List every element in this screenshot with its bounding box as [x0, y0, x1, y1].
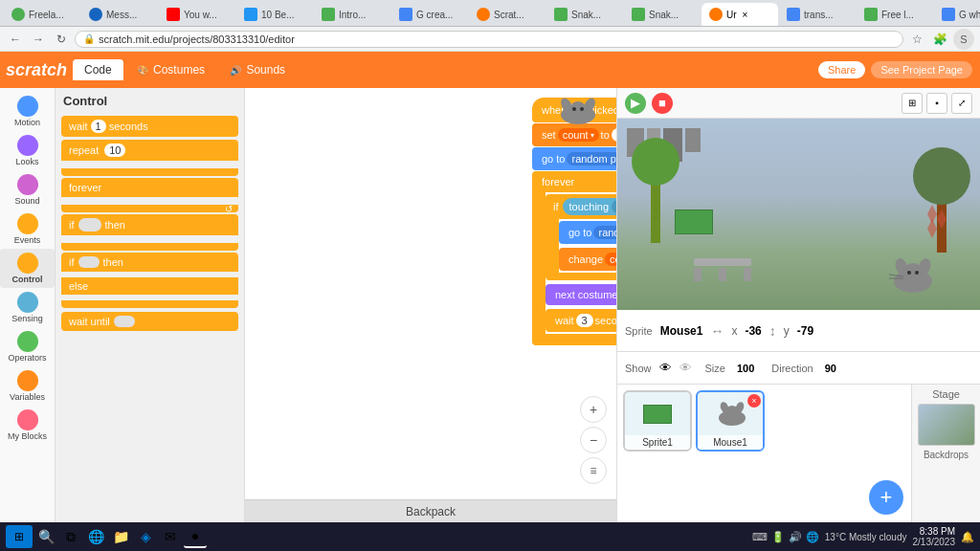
tab-you[interactable]: You w...	[159, 3, 235, 26]
tab-costumes[interactable]: 🎨 Costumes	[125, 59, 216, 80]
block-forever[interactable]: forever ↺	[61, 178, 238, 212]
stop-btn[interactable]: ■	[652, 93, 673, 114]
tab-gcreate[interactable]: G crea...	[391, 3, 468, 26]
block-if-else[interactable]: if then else	[61, 253, 238, 308]
looks-dot	[17, 135, 38, 156]
category-motion[interactable]: Motion	[0, 92, 55, 131]
start-btn[interactable]: ⊞	[6, 525, 33, 548]
sprite-direction: 90	[825, 363, 836, 374]
show-visible-btn[interactable]: 👁	[659, 361, 672, 375]
tab-10be[interactable]: 10 Be...	[236, 3, 313, 26]
refresh-btn[interactable]: ↻	[52, 30, 71, 49]
add-sprite-btn[interactable]: +	[869, 385, 911, 522]
edge-icon[interactable]: 🌐	[84, 525, 107, 548]
category-control[interactable]: Control	[0, 249, 55, 288]
stage-canvas	[617, 119, 980, 310]
zoom-out-btn[interactable]: −	[580, 427, 607, 453]
category-looks[interactable]: Looks	[0, 131, 55, 170]
category-sound[interactable]: Sound	[0, 170, 55, 209]
block-next-costume[interactable]: next costume	[546, 284, 616, 305]
sprite1-rect	[675, 209, 713, 234]
category-myblocks[interactable]: My Blocks	[0, 406, 55, 445]
search-btn[interactable]: 🔍	[34, 525, 57, 548]
forward-btn[interactable]: →	[29, 30, 48, 49]
zoom-in-btn[interactable]: +	[580, 396, 607, 423]
block-panel-title: Control	[61, 94, 238, 108]
back-btn[interactable]: ←	[6, 30, 25, 49]
motion-dot	[17, 96, 38, 117]
weather-widget: 13°C Mostly cloudy	[825, 532, 907, 542]
tab-snake2[interactable]: Snak...	[624, 3, 701, 26]
explorer-icon[interactable]: 📁	[109, 525, 132, 548]
category-events[interactable]: Events	[0, 209, 55, 249]
tab-sounds[interactable]: 🔊 Sounds	[218, 59, 297, 80]
block-repeat[interactable]: repeat 10	[61, 140, 238, 176]
mail-icon[interactable]: ✉	[159, 525, 182, 548]
block-goto-random2[interactable]: go to random position	[559, 221, 616, 244]
tab-costumes-label: Costumes	[153, 63, 205, 77]
sensing-dot	[17, 292, 38, 313]
category-operators[interactable]: Operators	[0, 327, 55, 366]
fullscreen-btn[interactable]: ⤢	[951, 93, 972, 114]
stage-side-panel: Stage Backdrops	[911, 385, 980, 522]
events-dot	[17, 213, 38, 234]
tab-intro[interactable]: Intro...	[314, 3, 390, 26]
tab-trans[interactable]: trans...	[779, 3, 856, 26]
block-change-count[interactable]: change count by 1	[559, 248, 616, 271]
address-bar[interactable]: 🔒 scratch.mit.edu/projects/803313310/edi…	[75, 31, 903, 48]
variables-dot	[17, 370, 38, 391]
extensions-btn[interactable]: 🧩	[930, 30, 949, 49]
category-variables[interactable]: Variables	[0, 366, 55, 406]
sprite-thumb-sprite1[interactable]: Sprite1	[623, 390, 692, 452]
tab-freelance[interactable]: Freela...	[4, 3, 80, 26]
sound-dot	[17, 174, 38, 195]
tab-sounds-label: Sounds	[246, 63, 285, 77]
sprite-indicator	[559, 98, 597, 127]
taskview-btn[interactable]: ⧉	[59, 525, 82, 548]
show-hidden-btn[interactable]: 👁	[679, 361, 692, 375]
svg-point-20	[632, 138, 679, 186]
svg-point-16	[915, 271, 919, 275]
taskbar: ⊞ 🔍 ⧉ 🌐 📁 ◈ ✉ ● ⌨ 🔋 🔊 🌐 13°C Mostly clou…	[0, 522, 980, 551]
bookmark-btn[interactable]: ☆	[907, 30, 926, 49]
tab-freel2[interactable]: Free l...	[857, 3, 933, 26]
sprite-thumb-mouse1[interactable]: × Mouse1	[696, 390, 765, 452]
block-wait[interactable]: wait 1 seconds	[61, 116, 238, 137]
svg-point-4	[572, 107, 576, 111]
small-stage-btn[interactable]: ⊞	[902, 93, 923, 114]
menu-btn[interactable]: ≡	[580, 457, 607, 484]
share-btn[interactable]: Share	[818, 61, 865, 78]
backpack-bar[interactable]: Backpack	[245, 499, 616, 522]
sprite-x: -36	[745, 324, 761, 338]
tab-active[interactable]: Ur ×	[702, 3, 778, 26]
sprite-info: Sprite Mouse1 ↔ x -36 ↕ y -79	[617, 310, 980, 352]
category-sensing[interactable]: Sensing	[0, 288, 55, 327]
block-if-touching: if touching Sprite1 ? then	[546, 194, 616, 280]
tab-scratch[interactable]: Scrat...	[469, 3, 546, 26]
lock-icon: 🔒	[83, 33, 95, 44]
play-btn[interactable]: ▶	[625, 93, 646, 114]
notification-btn[interactable]: 🔔	[961, 531, 974, 543]
right-panel: ▶ ■ ⊞ ▪ ⤢	[616, 88, 980, 522]
tab-code[interactable]: Code	[73, 59, 123, 80]
svg-point-5	[580, 107, 584, 111]
backdrops-btn[interactable]: Backdrops	[924, 450, 969, 460]
tab-mess[interactable]: Mess...	[81, 3, 158, 26]
stage-thumb[interactable]	[918, 404, 975, 446]
vscode-icon[interactable]: ◈	[134, 525, 157, 548]
scratch-logo: scratch	[8, 56, 65, 83]
sprite-delete-btn[interactable]: ×	[747, 394, 761, 408]
block-wait-3[interactable]: wait 3 seconds	[546, 309, 616, 332]
normal-stage-btn[interactable]: ▪	[926, 93, 947, 114]
block-if[interactable]: if then	[61, 214, 238, 251]
block-goto-random1[interactable]: go to random position	[532, 147, 616, 170]
sprite-size: 100	[737, 363, 754, 374]
chrome-icon[interactable]: ●	[184, 525, 207, 548]
tab-snake1[interactable]: Snak...	[546, 3, 623, 26]
block-wait-until[interactable]: wait until	[61, 312, 238, 331]
clock: 8:38 PM 2/13/2023	[913, 526, 956, 547]
see-project-btn[interactable]: See Project Page	[871, 61, 972, 78]
tab-gwhat[interactable]: G what...	[934, 3, 980, 26]
control-dot	[17, 253, 38, 274]
profile-btn[interactable]: S	[953, 29, 974, 50]
